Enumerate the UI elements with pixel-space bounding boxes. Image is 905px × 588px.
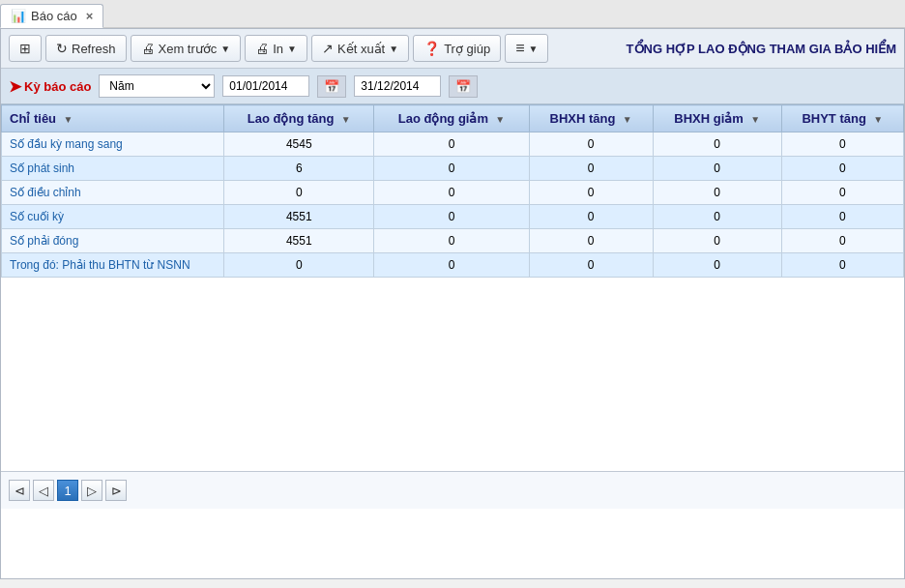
- table-row: Số điều chỉnh 0 0 0 0 0: [2, 181, 904, 205]
- period-select[interactable]: Năm Tháng Quý: [99, 74, 215, 98]
- filter-icon-bhxh-giam[interactable]: ▼: [750, 114, 760, 125]
- prev-page-icon: ◁: [39, 484, 48, 498]
- preview-icon: 🖨: [141, 41, 155, 56]
- col-label-laodong-tang: Lao động tăng: [248, 111, 335, 126]
- col-header-chitieu: Chỉ tiêu ▼: [2, 105, 224, 132]
- first-page-button[interactable]: ⊲: [9, 480, 30, 501]
- col-header-laodong-giam: Lao động giảm ▼: [374, 105, 529, 132]
- refresh-label: Refresh: [72, 42, 116, 56]
- col-header-bhxh-tang: BHXH tăng ▼: [529, 105, 653, 132]
- last-page-icon: ⊳: [111, 484, 122, 498]
- col-label-bhxh-giam: BHXH giảm: [674, 111, 744, 126]
- cell-laodong-tang: 4551: [224, 205, 374, 229]
- refresh-button[interactable]: ↻ Refresh: [45, 35, 127, 62]
- filter-icon-laodong-tang[interactable]: ▼: [341, 114, 351, 125]
- menu-button[interactable]: ≡ ▼: [505, 34, 548, 63]
- col-label-chitieu: Chỉ tiêu: [10, 111, 56, 126]
- cell-laodong-tang: 0: [224, 181, 374, 205]
- cell-bhxh-tang: 0: [529, 205, 653, 229]
- tab-label: Báo cáo: [31, 9, 77, 23]
- refresh-icon: ↻: [56, 41, 68, 56]
- from-date-calendar-button[interactable]: 📅: [317, 75, 346, 98]
- table-row: Số phát sinh 6 0 0 0 0: [2, 157, 904, 181]
- to-date-input[interactable]: [354, 75, 441, 97]
- table-row: Số cuối kỳ 4551 0 0 0 0: [2, 205, 904, 229]
- cell-laodong-tang: 4551: [224, 229, 374, 253]
- filter-icon-bhyt-tang[interactable]: ▼: [873, 114, 883, 125]
- export-button[interactable]: ↗ Kết xuất ▼: [311, 35, 409, 62]
- print-label: In: [273, 42, 283, 56]
- cell-bhyt-tang: 0: [781, 181, 903, 205]
- empty-space: [1, 278, 904, 471]
- cell-laodong-giam: 0: [374, 181, 529, 205]
- filter-icon-bhxh-tang[interactable]: ▼: [623, 114, 632, 125]
- home-icon: ⊞: [19, 41, 31, 56]
- col-label-bhxh-tang: BHXH tăng: [550, 111, 616, 126]
- print-icon: 🖨: [255, 41, 269, 56]
- cell-laodong-giam: 0: [374, 253, 529, 278]
- cell-label: Số đầu kỳ mang sang: [2, 132, 224, 157]
- table-row: Số đầu kỳ mang sang 4545 0 0 0 0: [2, 132, 904, 157]
- print-button[interactable]: 🖨 In ▼: [245, 35, 307, 62]
- cell-bhxh-tang: 0: [529, 157, 653, 181]
- arrow-icon: ➤: [9, 77, 21, 96]
- cell-bhyt-tang: 0: [781, 157, 903, 181]
- to-date-calendar-button[interactable]: 📅: [449, 75, 478, 98]
- filter-label-text: Kỳ báo cáo: [24, 79, 91, 94]
- cell-bhxh-giam: 0: [653, 132, 781, 157]
- tab-baocao[interactable]: 📊 Báo cáo ×: [0, 4, 103, 28]
- col-header-bhxh-giam: BHXH giảm ▼: [653, 105, 781, 132]
- cell-bhyt-tang: 0: [781, 132, 903, 157]
- col-header-laodong-tang: Lao động tăng ▼: [224, 105, 374, 132]
- filter-label: ➤ Kỳ báo cáo: [9, 77, 91, 96]
- report-title: TỔNG HỢP LAO ĐỘNG THAM GIA BẢO HIỂM: [627, 42, 896, 56]
- cell-bhxh-tang: 0: [529, 181, 653, 205]
- table-header-row: Chỉ tiêu ▼ Lao động tăng ▼ Lao động giảm…: [2, 105, 904, 132]
- last-page-button[interactable]: ⊳: [105, 480, 127, 501]
- table-row: Số phải đóng 4551 0 0 0 0: [2, 229, 904, 253]
- preview-label: Xem trước: [159, 42, 218, 56]
- table-row: Trong đó: Phải thu BHTN từ NSNN 0 0 0 0 …: [2, 253, 904, 278]
- main-window: ⊞ ↻ Refresh 🖨 Xem trước ▼ 🖨 In ▼ ↗ Kết x…: [0, 28, 905, 579]
- home-button[interactable]: ⊞: [9, 35, 42, 62]
- help-icon: ❓: [423, 41, 440, 56]
- calendar-icon: 📅: [324, 79, 339, 94]
- cell-laodong-giam: 0: [374, 205, 529, 229]
- current-page-button[interactable]: 1: [57, 480, 78, 501]
- calendar-icon-2: 📅: [455, 79, 471, 94]
- cell-bhxh-tang: 0: [529, 253, 653, 278]
- cell-bhxh-tang: 0: [529, 229, 653, 253]
- tab-close[interactable]: ×: [86, 9, 94, 23]
- cell-bhyt-tang: 0: [781, 253, 903, 278]
- cell-laodong-tang: 4545: [224, 132, 374, 157]
- preview-button[interactable]: 🖨 Xem trước ▼: [131, 35, 242, 62]
- export-label: Kết xuất: [337, 42, 385, 56]
- pagination: ⊲ ◁ 1 ▷ ⊳: [1, 471, 904, 509]
- col-header-bhyt-tang: BHYT tăng ▼: [781, 105, 903, 132]
- cell-laodong-tang: 6: [224, 157, 374, 181]
- next-page-button[interactable]: ▷: [81, 480, 102, 501]
- cell-laodong-giam: 0: [374, 229, 529, 253]
- cell-bhxh-giam: 0: [653, 181, 781, 205]
- cell-label: Số điều chỉnh: [2, 181, 224, 205]
- col-label-bhyt-tang: BHYT tăng: [802, 111, 865, 126]
- toolbar: ⊞ ↻ Refresh 🖨 Xem trước ▼ 🖨 In ▼ ↗ Kết x…: [1, 29, 904, 69]
- filter-icon-chitieu[interactable]: ▼: [63, 114, 73, 125]
- cell-label: Số phát sinh: [2, 157, 224, 181]
- cell-laodong-giam: 0: [374, 132, 529, 157]
- menu-dropdown-icon: ▼: [528, 44, 538, 54]
- from-date-input[interactable]: [222, 75, 309, 97]
- cell-laodong-giam: 0: [374, 157, 529, 181]
- export-dropdown-icon: ▼: [389, 44, 398, 54]
- cell-bhyt-tang: 0: [781, 229, 903, 253]
- tab-icon: 📊: [11, 9, 26, 23]
- cell-label: Số phải đóng: [2, 229, 224, 253]
- cell-bhxh-giam: 0: [653, 157, 781, 181]
- prev-page-button[interactable]: ◁: [33, 480, 54, 501]
- tab-bar: 📊 Báo cáo ×: [0, 0, 905, 28]
- filter-bar: ➤ Kỳ báo cáo Năm Tháng Quý 📅 📅: [1, 69, 904, 104]
- col-label-laodong-giam: Lao động giảm: [398, 111, 488, 126]
- help-button[interactable]: ❓ Trợ giúp: [413, 35, 501, 62]
- filter-icon-laodong-giam[interactable]: ▼: [495, 114, 505, 125]
- print-dropdown-icon: ▼: [287, 44, 297, 54]
